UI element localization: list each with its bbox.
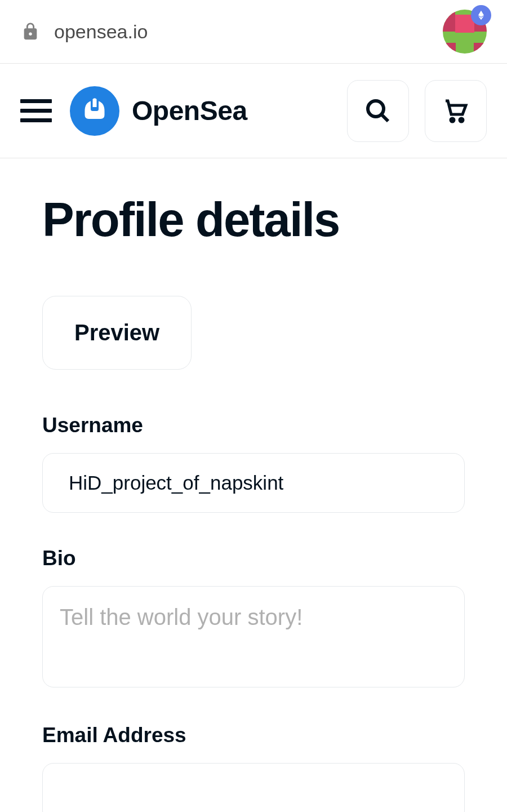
browser-address-bar: opensea.io <box>0 0 507 64</box>
email-group: Email Address <box>42 724 465 812</box>
bio-group: Bio <box>42 547 465 690</box>
username-group: Username <box>42 414 465 513</box>
logo-section[interactable]: OpenSea <box>70 86 347 136</box>
user-avatar[interactable] <box>443 10 487 54</box>
svg-point-3 <box>460 118 463 122</box>
page-title: Profile details <box>42 192 465 247</box>
username-input[interactable] <box>42 453 465 513</box>
url-text[interactable]: opensea.io <box>54 21 443 43</box>
search-button[interactable] <box>347 80 409 142</box>
brand-name: OpenSea <box>132 95 247 126</box>
menu-button[interactable] <box>20 95 53 127</box>
svg-point-2 <box>451 118 454 122</box>
cart-button[interactable] <box>425 80 487 142</box>
app-header: OpenSea <box>0 64 507 158</box>
email-label: Email Address <box>42 724 465 747</box>
cart-icon <box>442 97 469 125</box>
bio-textarea[interactable] <box>42 586 465 687</box>
email-input[interactable] <box>42 763 465 812</box>
svg-line-1 <box>381 114 388 121</box>
ethereum-badge-icon <box>471 5 491 25</box>
search-icon <box>364 97 392 125</box>
lock-icon <box>20 21 41 42</box>
username-label: Username <box>42 414 465 437</box>
opensea-logo-icon <box>70 86 119 136</box>
bio-label: Bio <box>42 547 465 570</box>
main-content: Profile details Preview Username Bio Ema… <box>0 158 507 812</box>
svg-point-0 <box>368 101 384 117</box>
hamburger-icon <box>20 99 52 103</box>
preview-button[interactable]: Preview <box>42 296 192 370</box>
